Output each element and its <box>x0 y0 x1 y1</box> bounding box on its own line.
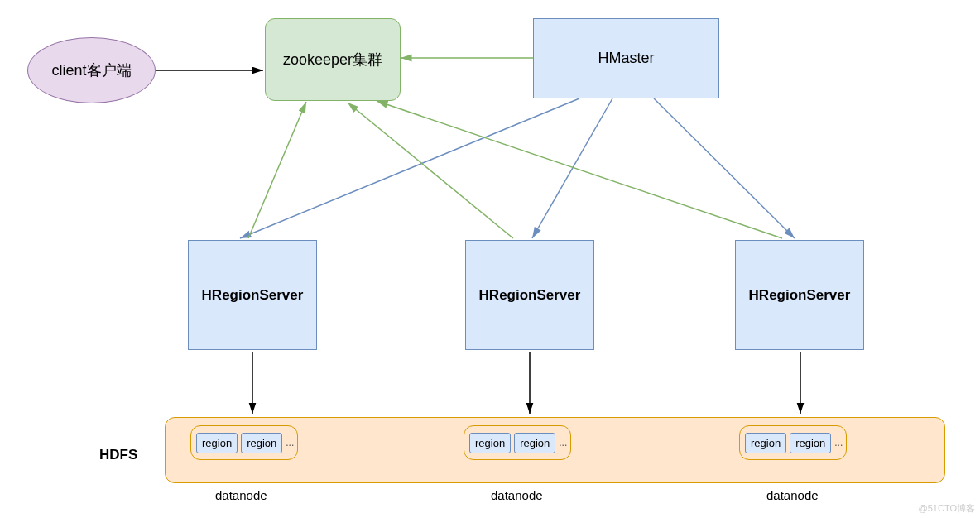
svg-line-7 <box>377 101 782 238</box>
region-box: region <box>196 433 238 453</box>
datanode-3-label: datanode <box>766 488 819 502</box>
region-server-3: HRegionServer <box>735 240 864 350</box>
region-box: region <box>514 433 555 453</box>
hmaster-label: HMaster <box>598 50 654 67</box>
zookeeper-node: zookeeper集群 <box>265 18 401 101</box>
client-node: client客户端 <box>27 37 156 103</box>
zookeeper-label: zookeeper集群 <box>283 50 382 70</box>
watermark: @51CTO博客 <box>919 502 975 515</box>
ellipsis: ... <box>286 437 294 448</box>
region-server-3-label: HRegionServer <box>749 287 851 304</box>
ellipsis: ... <box>559 437 567 448</box>
datanode-1-label: datanode <box>215 488 267 502</box>
svg-line-2 <box>240 98 579 238</box>
region-box: region <box>469 433 511 453</box>
hmaster-node: HMaster <box>533 18 719 98</box>
datanode-2-label: datanode <box>491 488 543 502</box>
datanode-1: region region ... <box>190 425 298 460</box>
datanode-2: region region ... <box>464 425 571 460</box>
region-server-2-label: HRegionServer <box>479 287 581 304</box>
client-label: client客户端 <box>51 60 131 80</box>
svg-line-6 <box>348 103 513 238</box>
region-box: region <box>790 433 831 453</box>
region-server-2: HRegionServer <box>465 240 594 350</box>
svg-line-5 <box>248 102 306 238</box>
datanode-3: region region ... <box>739 425 847 460</box>
region-server-1: HRegionServer <box>188 240 317 350</box>
svg-line-3 <box>532 98 612 238</box>
svg-line-4 <box>654 98 795 238</box>
region-box: region <box>745 433 786 453</box>
region-server-1-label: HRegionServer <box>202 287 304 304</box>
ellipsis: ... <box>834 437 843 448</box>
region-box: region <box>241 433 282 453</box>
hdfs-label: HDFS <box>99 447 137 463</box>
